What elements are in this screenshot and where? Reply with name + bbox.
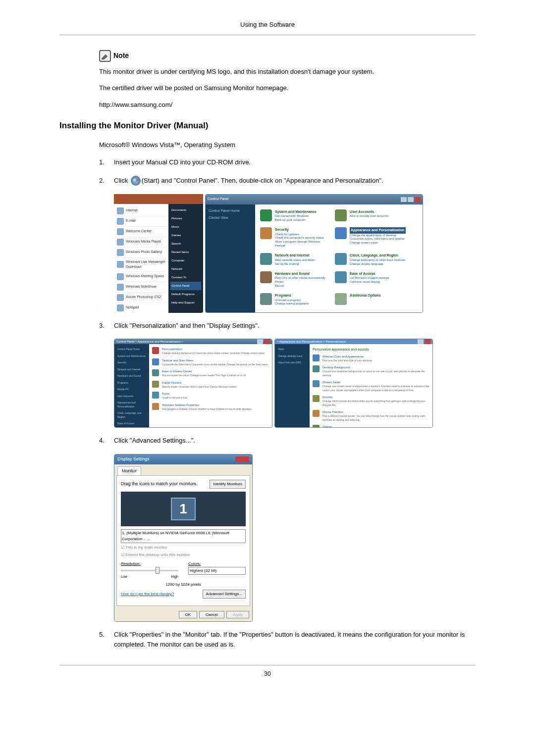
start-right-item[interactable]: Control Panel	[170, 282, 201, 290]
start-right-item[interactable]: Recent Items	[170, 248, 201, 256]
pw-side-item[interactable]: Security	[116, 359, 147, 366]
close-icon[interactable]	[235, 456, 249, 462]
cp-category[interactable]: User AccountsAdd or remove user accounts	[335, 209, 406, 224]
cp-category[interactable]: Ease of AccessLet Windows suggest settin…	[335, 271, 406, 289]
pw-item[interactable]: PersonalizationChange desktop background…	[152, 347, 269, 355]
start-right-item[interactable]: Network	[170, 265, 201, 273]
pw-side-item[interactable]: System and Maintenance	[116, 353, 147, 360]
start-menu-item[interactable]: Windows Live Messenger Download	[116, 258, 166, 272]
advanced-settings-button[interactable]: Advanced Settings...	[203, 590, 246, 599]
step-4-text: Click "Advanced Settings...".	[114, 436, 476, 446]
pw-side-item[interactable]: Appearance and Personalization	[116, 400, 147, 410]
ds-monitor-dropdown[interactable]: 1. (Multiple Monitors) on NVIDIA GeForce…	[121, 529, 246, 543]
ds-content: Drag the icons to match your monitors. I…	[116, 475, 250, 606]
pw-item[interactable]: ThemeChange the theme. Themes can change…	[313, 425, 429, 428]
ds-tab-monitor[interactable]: Monitor	[117, 466, 141, 476]
start-right-item[interactable]: Documents	[170, 206, 201, 214]
cp-category[interactable]: ProgramsUninstall a programChange startu…	[260, 293, 331, 307]
start-menu-item[interactable]: Windows Photo Gallery	[116, 248, 166, 258]
start-menu-item[interactable]: Welcome Center	[116, 227, 166, 237]
start-right-item[interactable]: Pictures	[170, 214, 201, 223]
colors-group: Colors: Highest (32 bit)	[188, 561, 246, 580]
pw-item[interactable]: Folder OptionsSpecify single- or double-…	[152, 381, 269, 389]
close-icon[interactable]	[415, 197, 421, 202]
start-right-item[interactable]: Search	[170, 240, 201, 248]
pw-item[interactable]: Windows Sidebar PropertiesAdd gadgets to…	[152, 403, 269, 411]
cp-category[interactable]: Hardware and SoundPlay CDs or other medi…	[260, 271, 331, 289]
start-right-item[interactable]: Computer	[170, 256, 201, 265]
cp-window-buttons	[401, 197, 421, 202]
step-2-text-b: (Start) and "Control Panel". Then, doubl…	[142, 177, 383, 184]
pw-side-item[interactable]: Additional Options	[116, 427, 147, 428]
cancel-button[interactable]: Cancel	[199, 611, 224, 618]
pw-item[interactable]: Window Color and AppearanceFine tune the…	[313, 354, 429, 363]
ds-monitor-area[interactable]: 1	[121, 492, 246, 526]
ds-help-link[interactable]: How do I get the best display?	[121, 591, 174, 597]
start-right-item[interactable]: Games	[170, 231, 201, 240]
pw-item[interactable]: Ease of Access CenterAccommodate low vis…	[152, 369, 269, 378]
close-icon[interactable]	[264, 339, 270, 344]
start-right-item[interactable]: Connect To	[170, 273, 201, 282]
pw-item-icon	[313, 395, 320, 402]
start-menu-item[interactable]: Windows Meeting Space	[116, 272, 166, 282]
pw-item[interactable]: Mouse PointersPick a different mouse poi…	[313, 410, 429, 422]
start-menu-item[interactable]: Windows SideShow	[116, 282, 166, 293]
cp-category[interactable]: SecurityCheck for updatesCheck this comp…	[260, 227, 331, 249]
close-icon[interactable]	[425, 339, 430, 344]
step-3: Click "Personalization" and then "Displa…	[99, 321, 476, 428]
cp-category[interactable]: Appearance and PersonalizationChange the…	[335, 227, 406, 249]
pw-side-item[interactable]: Hardware and Sound	[116, 373, 147, 380]
monitor-icon[interactable]: 1	[171, 498, 196, 520]
pw-side-item[interactable]: Change desktop icons	[277, 353, 308, 360]
maximize-icon[interactable]	[408, 197, 414, 202]
cp-category[interactable]: Clock, Language, and RegionChange keyboa…	[335, 253, 406, 267]
pw-item-icon	[152, 369, 159, 376]
cp-category[interactable]: Additional Options	[335, 293, 406, 307]
category-icon	[335, 227, 347, 239]
cp-category[interactable]: System and MaintenanceGet started with W…	[260, 209, 331, 224]
pw-item[interactable]: SoundsChange which sounds are heard when…	[313, 395, 429, 407]
pw-side-item[interactable]: Mobile PC	[116, 386, 147, 393]
resolution-text: 1280 by 1024 pixels	[121, 582, 246, 588]
minimize-icon[interactable]	[257, 339, 263, 344]
pw-item[interactable]: Taskbar and Start MenuCustomize the Star…	[152, 358, 269, 367]
step-1-text: Insert your Manual CD into your CD-ROM d…	[114, 157, 476, 168]
pw-side-item[interactable]: Tasks	[277, 346, 308, 353]
ds-extend-desktop-checkbox[interactable]: ☑ Extend the desktop onto this monitor	[121, 552, 246, 558]
cp-side-link[interactable]: Classic View	[209, 214, 252, 222]
minimize-icon[interactable]	[401, 197, 407, 202]
identify-monitors-button[interactable]: Identify Monitors	[210, 480, 246, 489]
pw-side-item[interactable]: Clock, Language, and Region	[116, 410, 147, 420]
cp-category[interactable]: Network and InternetView network status …	[260, 253, 331, 267]
pw-side-item[interactable]: Control Panel Home	[116, 346, 147, 353]
start-right-item[interactable]: Default Programs	[170, 290, 201, 299]
pw-item[interactable]: Desktop BackgroundChoose from available …	[313, 365, 429, 377]
pw-side-item[interactable]: User Accounts	[116, 393, 147, 400]
start-right-item[interactable]: Help and Support	[170, 299, 201, 307]
pw-item[interactable]: Screen SaverChange your screen saver or …	[313, 380, 429, 392]
cp-side-link[interactable]: Control Panel Home	[209, 207, 252, 215]
step-4-screenshots: Display Settings Monitor Drag the icons …	[114, 454, 476, 622]
pw-side-item[interactable]: Ease of Access	[116, 420, 147, 427]
start-menu-item[interactable]: Windows Media Player	[116, 237, 166, 248]
pw-side-item[interactable]: Programs	[116, 380, 147, 387]
start-menu-item[interactable]: Adobe Photoshop CS2	[116, 293, 166, 303]
start-menu-item[interactable]: Internet	[116, 206, 166, 216]
pw-item[interactable]: FontsInstall or remove a font	[152, 392, 269, 400]
start-right-item[interactable]: Music	[170, 223, 201, 231]
pw-side-item[interactable]: Network and Internet	[116, 366, 147, 373]
apply-button[interactable]: Apply	[226, 611, 249, 618]
program-icon	[117, 294, 124, 301]
program-icon	[117, 249, 124, 256]
step-2-text-a: Click	[114, 177, 130, 184]
minimize-icon[interactable]	[418, 339, 424, 344]
program-icon	[117, 273, 124, 280]
colors-select[interactable]: Highest (32 bit)	[188, 567, 246, 575]
start-menu-item[interactable]: Notepad	[116, 303, 166, 313]
ok-button[interactable]: OK	[179, 611, 198, 618]
resolution-slider[interactable]	[121, 570, 178, 571]
ds-main-monitor-checkbox[interactable]: ☑ This is my main monitor	[121, 545, 246, 551]
pw-side-item[interactable]: Adjust font size (DPI)	[277, 359, 308, 366]
platform-text: Microsoft® Windows Vista™, Operating Sys…	[99, 140, 476, 150]
start-menu-item[interactable]: E-mail	[116, 216, 166, 227]
